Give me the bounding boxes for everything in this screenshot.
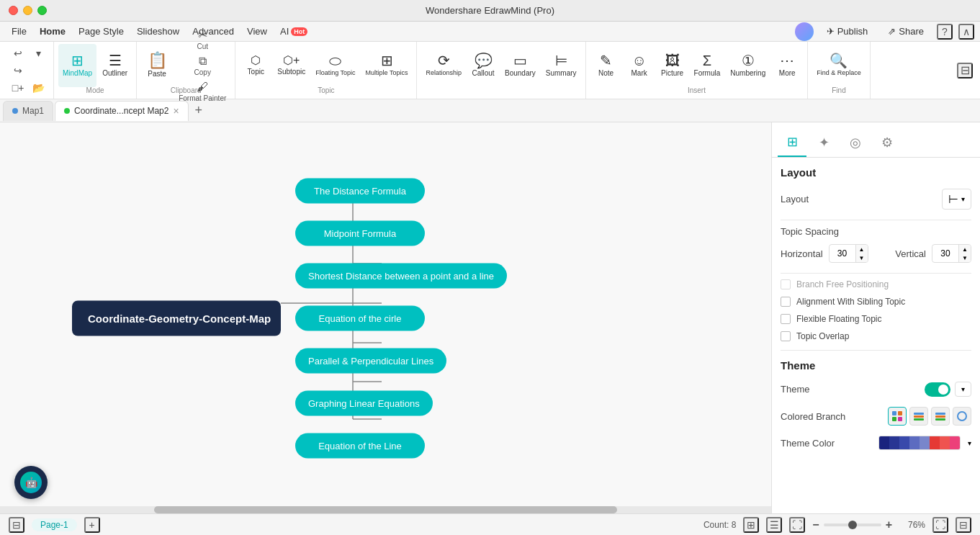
ai-assistant-button[interactable]: 🤖	[14, 466, 48, 499]
relationship-button[interactable]: ⟳ Relationship	[421, 44, 466, 87]
color-seg-2	[899, 436, 909, 449]
open-button[interactable]: 📂	[29, 80, 48, 96]
fit-view-button[interactable]: ⛶	[789, 517, 805, 533]
panel-tab-style[interactable]: ✦	[809, 128, 838, 157]
cb-option-4[interactable]	[953, 407, 971, 426]
horizontal-value[interactable]: 30	[830, 246, 855, 261]
vertical-value[interactable]: 30	[932, 246, 958, 261]
help-button[interactable]: ?	[937, 24, 953, 40]
note-button[interactable]: ✎ Note	[590, 44, 622, 87]
overlap-label: Topic Overlap	[796, 331, 849, 341]
cb-option-2[interactable]	[909, 407, 928, 426]
more-button[interactable]: ⋯ More	[771, 44, 803, 87]
outliner-button[interactable]: ☰ Outliner	[98, 44, 132, 87]
overlap-checkbox[interactable]	[781, 331, 791, 341]
horizontal-down-arrow[interactable]: ▼	[856, 253, 868, 262]
cut-button[interactable]: ✂ Cut	[174, 27, 230, 52]
paste-button[interactable]: 📋 Paste	[141, 44, 173, 87]
branch-node-2[interactable]: Shortest Distance between a point and a …	[295, 263, 507, 288]
list-view-button[interactable]: ☰	[766, 517, 782, 533]
tab-close-map2[interactable]: ×	[173, 106, 179, 116]
undo-dropdown[interactable]: ▾	[29, 45, 48, 61]
collapse-panel-button[interactable]: ⊟	[957, 63, 973, 78]
branch-node-1[interactable]: Midpoint Formula	[295, 220, 425, 246]
panel-tab-layout[interactable]: ⊞	[778, 128, 806, 157]
menu-view[interactable]: View	[241, 24, 273, 39]
maximize-button[interactable]	[37, 6, 47, 15]
find-replace-button[interactable]: 🔍 Find & Replace	[812, 44, 866, 87]
minimize-button[interactable]	[23, 6, 32, 15]
horizontal-scrollbar[interactable]	[0, 506, 771, 513]
topic-button[interactable]: ⬡ Topic	[240, 44, 271, 87]
floating-topic-button[interactable]: ⬭ Floating Topic	[311, 44, 359, 87]
branch-node-5[interactable]: Graphing Linear Equations	[295, 390, 433, 415]
close-button[interactable]	[9, 6, 18, 15]
horizontal-up-arrow[interactable]: ▲	[856, 245, 868, 253]
sidebar-toggle-button[interactable]: ⊟	[9, 517, 24, 533]
horizontal-spacing-input[interactable]: 30 ▲ ▼	[829, 244, 868, 263]
tab-map1[interactable]: Map1	[3, 101, 53, 121]
boundary-button[interactable]: ▭ Boundary	[500, 44, 540, 87]
branch-node-0[interactable]: The Distance Formula	[295, 178, 425, 203]
cb-option-3[interactable]	[931, 407, 950, 426]
theme-color-bar[interactable]	[878, 436, 961, 450]
summary-button[interactable]: ⊨ Summary	[541, 44, 581, 87]
flexible-checkbox[interactable]	[781, 314, 791, 324]
colored-branch-label: Colored Branch	[781, 411, 845, 422]
menu-ai[interactable]: AI Hot	[274, 24, 313, 39]
subtopic-button[interactable]: ⬡+ Subtopic	[273, 44, 310, 87]
user-avatar[interactable]	[795, 22, 814, 41]
boundary-icon: ▭	[513, 53, 527, 68]
new-button[interactable]: □+	[9, 80, 27, 96]
menu-home[interactable]: Home	[34, 24, 71, 39]
vertical-up-arrow[interactable]: ▲	[959, 245, 971, 253]
formula-button[interactable]: Σ Formula	[690, 44, 725, 87]
tab-add-button[interactable]: +	[190, 102, 207, 120]
layout-dropdown-arrow: ▾	[961, 195, 965, 203]
callout-button[interactable]: 💬 Callout	[467, 44, 499, 87]
multiple-topics-button[interactable]: ⊞ Multiple Topics	[361, 44, 413, 87]
branch-node-4[interactable]: Parallel & Perpendicular Lines	[295, 348, 446, 373]
cb-option-1[interactable]	[888, 407, 907, 426]
branch-node-6[interactable]: Equation of the Line	[295, 433, 425, 458]
menu-page-style[interactable]: Page Style	[73, 24, 130, 39]
zoom-value[interactable]: 76%	[899, 520, 925, 530]
panel-tab-settings[interactable]: ⚙	[873, 128, 902, 157]
panel-tab-location[interactable]: ◎	[841, 128, 870, 157]
summary-icon: ⊨	[555, 53, 567, 68]
collapse-button[interactable]: ∧	[958, 24, 974, 40]
theme-color-dropdown[interactable]: ▾	[968, 439, 971, 447]
layout-selector[interactable]: ⊢ ▾	[942, 189, 971, 210]
branch-node-3[interactable]: Equation of the cirle	[295, 305, 425, 331]
add-page-button[interactable]: +	[84, 517, 100, 533]
canvas[interactable]: Coordinate-Geometry-Concept-Map The Dist…	[0, 122, 771, 513]
menu-file[interactable]: File	[6, 24, 32, 39]
collapse-button-bottom[interactable]: ⊟	[956, 517, 971, 533]
central-node[interactable]: Coordinate-Geometry-Concept-Map	[72, 300, 281, 336]
mindmap-button[interactable]: ⊞ MindMap	[58, 44, 96, 87]
theme-selector[interactable]: ▾	[955, 382, 971, 397]
alignment-checkbox[interactable]	[781, 297, 791, 307]
copy-button[interactable]: ⧉ Copy	[174, 53, 230, 78]
theme-toggle[interactable]	[925, 382, 950, 397]
zoom-plus[interactable]: +	[886, 518, 892, 531]
mark-button[interactable]: ☺ Mark	[624, 44, 655, 87]
tab-map2[interactable]: Coordinate...ncept Map2 ×	[55, 101, 189, 121]
picture-button[interactable]: 🖼 Picture	[657, 44, 688, 87]
mindmap-icon: ⊞	[71, 53, 84, 68]
vertical-down-arrow[interactable]: ▼	[959, 253, 971, 262]
fullscreen-button[interactable]: ⛶	[932, 517, 948, 533]
redo-button[interactable]: ↪	[9, 63, 27, 78]
vertical-spacing-input[interactable]: 30 ▲ ▼	[932, 244, 971, 263]
share-button[interactable]: ⇗ Share	[881, 24, 931, 39]
zoom-minus[interactable]: −	[812, 518, 819, 531]
page-tab-1[interactable]: Page-1	[32, 518, 77, 531]
publish-button[interactable]: ✈ Publish	[819, 24, 876, 39]
grid-view-button[interactable]: ⊞	[743, 517, 759, 533]
vertical-arrows: ▲ ▼	[958, 245, 971, 262]
numbering-button[interactable]: ① Numbering	[726, 44, 770, 87]
svg-rect-15	[914, 415, 924, 418]
branch-free-checkbox[interactable]	[781, 279, 791, 289]
undo-button[interactable]: ↩	[9, 45, 27, 61]
zoom-slider[interactable]	[824, 523, 881, 526]
